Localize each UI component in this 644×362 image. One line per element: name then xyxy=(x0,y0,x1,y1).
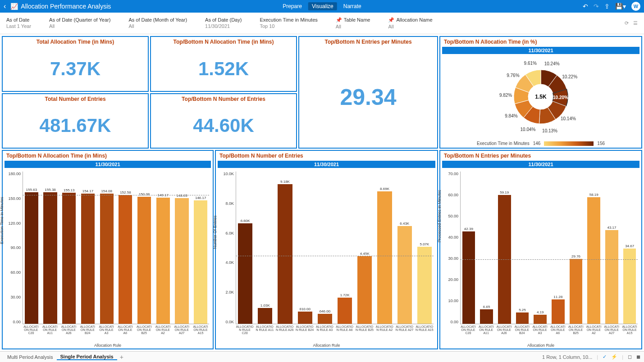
filter-as-of-date-quarter-of-year-[interactable]: As of Date (Quarter of Year)All xyxy=(49,17,110,29)
sheet-tab-single[interactable]: Single Period Analysis xyxy=(57,354,117,360)
filter-bar: As of DateLast 1 YearAs of Date (Quarter… xyxy=(0,13,644,34)
bar[interactable]: 810.00 xyxy=(296,172,314,324)
share-icon[interactable]: ⇪ xyxy=(604,3,610,10)
bar[interactable]: 149.17 xyxy=(155,172,172,324)
bar[interactable]: 8.69K xyxy=(375,172,393,324)
tile-title: Top/Bottom N Number of Entries xyxy=(216,151,437,161)
user-avatar[interactable]: W xyxy=(631,2,640,11)
bar-chart-1: Execution Time in Minutes 180.00150.0012… xyxy=(3,168,213,348)
legend-min: 146 xyxy=(533,141,541,146)
kpi-title: Top/Bottom N Number of Entries xyxy=(151,94,296,104)
header-actions: ↶ ↷ ⇪ 💾▾ W xyxy=(583,2,640,11)
filter-allocation-name[interactable]: 📌Allocation NameAll xyxy=(388,17,432,29)
filter-table-name[interactable]: 📌Table NameAll xyxy=(336,17,370,29)
tile-subtitle: 11/30/2021 xyxy=(442,47,639,54)
x-axis-label: Allocation Rule xyxy=(442,342,639,348)
tile-subtitle: 11/30/2021 xyxy=(5,161,211,168)
canvas: Total Allocation Time (in Mins) 7.37K To… xyxy=(0,34,644,351)
bar[interactable]: 4.45K xyxy=(356,172,374,324)
kpi-value: 1.52K xyxy=(198,58,249,80)
bar[interactable]: 150.08 xyxy=(136,172,153,324)
bar[interactable]: 6.65 xyxy=(479,172,495,324)
bar-chart-3: Processed Entries in Minutes 70.0060.005… xyxy=(440,168,641,348)
refresh-icon[interactable]: ⟳ xyxy=(625,20,629,26)
gradient-scale xyxy=(544,141,594,146)
tile-subtitle: 11/30/2021 xyxy=(218,161,435,168)
kpi-entries-per-min[interactable]: Top/Bottom N Entries per Minutes 29.34 xyxy=(298,36,438,149)
tab-narrate[interactable]: Narrate xyxy=(340,2,365,10)
donut-chart: 1.5K 10.24%10.22%10.20%10.14%10.13%10.04… xyxy=(440,54,641,139)
legend-max: 156 xyxy=(597,141,605,146)
tile-donut[interactable]: Top/Bottom N Allocation Time (in %) 11/3… xyxy=(439,36,642,149)
tile-title: Top/Bottom N Allocation Time (in Mins) xyxy=(3,151,213,161)
filter-as-of-date-day-[interactable]: As of Date (Day)11/30/2021 xyxy=(205,17,242,29)
bar[interactable]: 9.18K xyxy=(276,172,294,324)
tile-bar2[interactable]: Top/Bottom N Number of Entries 11/30/202… xyxy=(215,150,438,349)
bar[interactable]: 5.25 xyxy=(514,172,530,324)
tab-prepare[interactable]: Prepare xyxy=(279,2,306,10)
bar[interactable]: 148.63 xyxy=(174,172,191,324)
title-text: Allocation Performance Analysis xyxy=(21,3,111,10)
filter-execution-time-in-minutes[interactable]: Execution Time in MinutesTop 10 xyxy=(260,17,317,29)
bar[interactable]: 154.08 xyxy=(98,172,115,324)
page-title: 📈 Allocation Performance Analysis xyxy=(10,3,111,10)
footer-bar: Multi Period Analysis Single Period Anal… xyxy=(0,351,644,362)
bar[interactable]: 42.39 xyxy=(461,172,477,324)
legend-label: Execution Time in Minutes xyxy=(477,141,530,146)
filter-as-of-date[interactable]: As of DateLast 1 Year xyxy=(6,17,31,29)
filter-bar-actions: ⟳ ☰ xyxy=(625,20,638,26)
kpi-title: Total Number of Entries xyxy=(3,94,148,104)
check-icon[interactable]: ✓ xyxy=(603,354,607,360)
tile-subtitle: 11/30/2021 xyxy=(442,161,639,168)
bar[interactable]: 155.13 xyxy=(60,172,78,324)
x-axis-label: Allocation Rule xyxy=(5,342,211,348)
tile-bar1[interactable]: Top/Bottom N Allocation Time (in Mins) 1… xyxy=(2,150,214,349)
kpi-top-entries[interactable]: Top/Bottom N Number of Entries 44.60K xyxy=(150,93,297,149)
y-axis-label: Execution Time in Minutes xyxy=(0,197,4,244)
donut-legend: Execution Time in Minutes 146 156 xyxy=(440,139,641,148)
bar[interactable]: 152.58 xyxy=(117,172,134,324)
bar[interactable]: 155.63 xyxy=(23,172,40,324)
tile-title: Top/Bottom N Allocation Time (in %) xyxy=(440,37,641,47)
bar[interactable]: 34.67 xyxy=(621,172,638,324)
kpi-value: 29.34 xyxy=(340,84,396,110)
bar[interactable]: 646.00 xyxy=(316,172,334,324)
bar[interactable]: 29.76 xyxy=(568,172,584,324)
kpi-value: 44.60K xyxy=(193,115,254,136)
bar[interactable]: 5.07K xyxy=(416,172,434,324)
y-axis-label: Processed Entries in Minutes xyxy=(437,190,442,242)
tab-visualize[interactable]: Visualize xyxy=(308,2,337,10)
back-button[interactable]: ‹ xyxy=(4,2,6,10)
undo-icon[interactable]: ↶ xyxy=(583,3,588,10)
tile-bar3[interactable]: Top/Bottom N Entries per Minutes 11/30/2… xyxy=(439,150,642,349)
bar[interactable]: 6.60K xyxy=(236,172,254,324)
sheet-tab-multi[interactable]: Multi Period Analysis xyxy=(4,354,57,360)
kpi-title: Top/Bottom N Entries per Minutes xyxy=(299,37,437,47)
layout-icon-2[interactable]: ◼ xyxy=(636,354,640,360)
bar[interactable]: 6.43K xyxy=(396,172,414,324)
chart-icon: 📈 xyxy=(10,3,18,10)
tile-title: Top/Bottom N Entries per Minutes xyxy=(440,151,641,161)
bar[interactable]: 11.28 xyxy=(550,172,566,324)
lightning-icon[interactable]: ⚡ xyxy=(611,354,617,360)
bar[interactable]: 1.03K xyxy=(256,172,274,324)
bar[interactable]: 43.17 xyxy=(604,172,620,324)
save-dropdown-icon[interactable]: 💾▾ xyxy=(615,3,626,10)
redo-icon[interactable]: ↷ xyxy=(594,3,599,10)
add-sheet-button[interactable]: + xyxy=(117,353,126,361)
kpi-total-alloc-time[interactable]: Total Allocation Time (in Mins) 7.37K xyxy=(2,36,149,92)
filter-as-of-date-month-of-year-[interactable]: As of Date (Month of Year)All xyxy=(128,17,187,29)
bar[interactable]: 154.17 xyxy=(79,172,96,324)
bar[interactable]: 58.19 xyxy=(586,172,602,324)
bar[interactable]: 4.19 xyxy=(532,172,548,324)
layout-icon-1[interactable]: ◻ xyxy=(628,354,632,360)
kpi-top-alloc-time[interactable]: Top/Bottom N Allocation Time (in Mins) 1… xyxy=(150,36,297,92)
bar[interactable]: 59.19 xyxy=(496,172,512,324)
footer-info: 1 Row, 1 Column, 10... xyxy=(542,354,592,360)
menu-icon[interactable]: ☰ xyxy=(633,20,638,26)
kpi-total-entries[interactable]: Total Number of Entries 481.67K xyxy=(2,93,149,149)
bar[interactable]: 155.38 xyxy=(42,172,59,324)
y-axis-label: Number Of Entries xyxy=(213,215,217,249)
bar[interactable]: 146.17 xyxy=(192,172,209,324)
bar[interactable]: 1.72K xyxy=(336,172,354,324)
